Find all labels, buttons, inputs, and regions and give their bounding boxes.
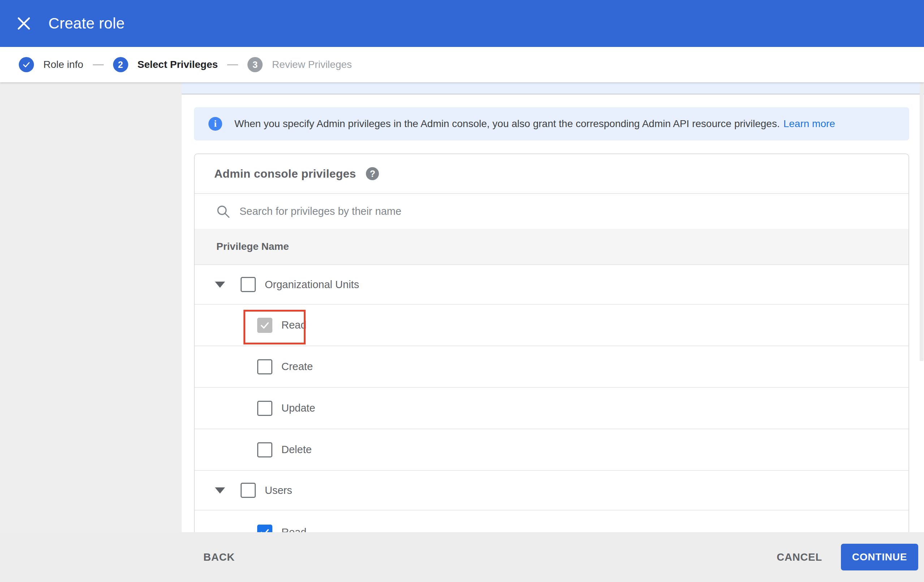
privilege-label: Read bbox=[281, 526, 306, 533]
privilege-row-ou-delete: Delete bbox=[195, 429, 909, 471]
admin-privileges-card: Admin console privileges ? Privilege Nam… bbox=[194, 153, 909, 532]
step-number-badge: 2 bbox=[113, 57, 128, 72]
wizard-stepper: Role info 2 Select Privileges 3 Review P… bbox=[0, 47, 924, 82]
info-banner: i When you specify Admin privileges in t… bbox=[194, 107, 909, 140]
step-divider bbox=[93, 64, 104, 65]
main-scroll-area: i When you specify Admin privileges in t… bbox=[182, 82, 924, 532]
info-icon: i bbox=[208, 117, 222, 131]
continue-button[interactable]: CONTINUE bbox=[841, 544, 918, 570]
dialog-header: Create role bbox=[0, 0, 924, 47]
left-gutter-panel bbox=[0, 82, 182, 532]
privilege-row-ou-update: Update bbox=[195, 388, 909, 429]
privilege-label: Users bbox=[265, 485, 292, 496]
privilege-search-input[interactable] bbox=[239, 205, 637, 218]
help-icon[interactable]: ? bbox=[366, 167, 379, 180]
privilege-label: Read bbox=[281, 319, 306, 331]
step-role-info[interactable]: Role info bbox=[19, 57, 83, 72]
collapse-arrow-icon[interactable] bbox=[215, 282, 225, 288]
privilege-label: Delete bbox=[281, 444, 312, 456]
users-read-checkbox-checked[interactable] bbox=[257, 524, 272, 532]
close-icon[interactable] bbox=[11, 10, 37, 36]
info-banner-text: When you specify Admin privileges in the… bbox=[234, 118, 835, 130]
collapse-arrow-icon[interactable] bbox=[215, 487, 225, 493]
back-button[interactable]: BACK bbox=[203, 551, 235, 563]
card-heading: Admin console privileges bbox=[214, 167, 356, 181]
users-checkbox[interactable] bbox=[241, 483, 256, 498]
step-select-privileges[interactable]: 2 Select Privileges bbox=[113, 57, 218, 72]
create-checkbox[interactable] bbox=[257, 359, 272, 374]
privilege-label: Update bbox=[281, 402, 315, 414]
organizational-units-checkbox[interactable] bbox=[241, 277, 256, 292]
search-icon bbox=[216, 204, 231, 219]
dialog-footer: BACK CANCEL CONTINUE bbox=[0, 532, 924, 582]
privilege-name-column-header: Privilege Name bbox=[216, 241, 289, 252]
privilege-row-users-read: Read bbox=[195, 511, 909, 532]
privilege-label: Organizational Units bbox=[265, 279, 359, 291]
privilege-row-ou-create: Create bbox=[195, 346, 909, 388]
step-label: Select Privileges bbox=[138, 59, 218, 71]
privilege-search-row bbox=[195, 194, 909, 229]
scrollbar[interactable] bbox=[920, 82, 924, 361]
cancel-button[interactable]: CANCEL bbox=[777, 551, 822, 563]
privilege-row-users: Users bbox=[195, 471, 909, 511]
delete-checkbox[interactable] bbox=[257, 442, 272, 457]
dialog-title: Create role bbox=[48, 15, 125, 32]
privilege-label: Create bbox=[281, 361, 313, 373]
scrolled-row-sliver bbox=[182, 82, 924, 95]
update-checkbox[interactable] bbox=[257, 401, 272, 416]
step-label: Role info bbox=[43, 59, 83, 71]
card-heading-row: Admin console privileges ? bbox=[195, 154, 909, 194]
table-header-row: Privilege Name bbox=[195, 229, 909, 265]
info-banner-message: When you specify Admin privileges in the… bbox=[234, 118, 780, 129]
step-complete-check-icon bbox=[19, 57, 34, 72]
content-region: i When you specify Admin privileges in t… bbox=[0, 82, 924, 532]
step-divider bbox=[227, 64, 238, 65]
privilege-row-ou-read: Read bbox=[195, 305, 909, 346]
create-role-dialog: Create role Role info 2 Select Privilege… bbox=[0, 0, 924, 582]
step-number-badge: 3 bbox=[248, 57, 262, 72]
privilege-row-organizational-units: Organizational Units bbox=[195, 265, 909, 305]
read-checkbox-checked-disabled[interactable] bbox=[257, 318, 272, 333]
step-review-privileges[interactable]: 3 Review Privileges bbox=[248, 57, 352, 72]
step-label: Review Privileges bbox=[272, 59, 352, 71]
learn-more-link[interactable]: Learn more bbox=[784, 118, 835, 129]
